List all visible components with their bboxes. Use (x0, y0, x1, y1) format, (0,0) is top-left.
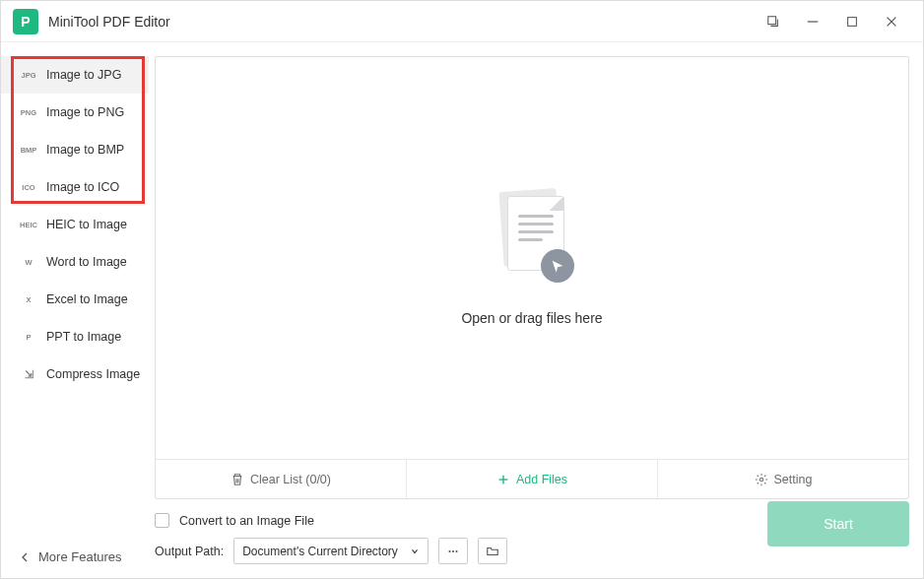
compress-tag-icon: ⇲ (19, 368, 38, 381)
ppt-tag-icon: P (19, 333, 38, 342)
ellipsis-icon (446, 545, 460, 558)
svg-rect-0 (768, 16, 776, 24)
ico-tag-icon: ICO (19, 183, 38, 192)
sidebar-item-image-to-bmp[interactable]: BMP Image to BMP (1, 131, 149, 168)
more-features-button[interactable]: More Features (1, 536, 149, 578)
sidebar-item-word-to-image[interactable]: W Word to Image (1, 243, 149, 281)
sidebar-item-image-to-ico[interactable]: ICO Image to ICO (1, 168, 149, 206)
sidebar-item-label: Word to Image (46, 255, 127, 269)
dropzone-text: Open or drag files here (461, 310, 602, 326)
sidebar-item-label: Image to BMP (46, 143, 124, 157)
clear-list-label: Clear List (0/0) (250, 473, 331, 486)
svg-point-7 (759, 478, 763, 482)
minimize-icon (806, 15, 820, 29)
close-button[interactable] (872, 2, 911, 41)
sidebar-item-label: Compress Image (46, 367, 140, 381)
sidebar-item-label: HEIC to Image (46, 218, 127, 231)
bmp-tag-icon: BMP (19, 146, 38, 155)
chevron-left-icon (19, 551, 31, 563)
folder-icon (486, 545, 499, 558)
cursor-circle-icon (541, 249, 574, 283)
sidebar-item-label: Excel to Image (46, 292, 128, 306)
setting-label: Setting (774, 473, 813, 486)
dropzone[interactable]: Open or drag files here Clear List (0/0)… (155, 56, 909, 499)
add-files-button[interactable]: Add Files (406, 460, 657, 498)
browse-folder-button[interactable] (478, 538, 507, 564)
add-files-label: Add Files (516, 473, 567, 486)
sidebar-item-label: PPT to Image (46, 330, 121, 344)
sidebar-item-compress-image[interactable]: ⇲ Compress Image (1, 355, 149, 393)
app-title: MiniTool PDF Editor (48, 14, 170, 30)
excel-tag-icon: X (19, 295, 38, 304)
svg-point-9 (452, 549, 454, 551)
close-icon (885, 15, 898, 29)
chevron-down-icon (410, 547, 420, 556)
document-illustration (478, 190, 586, 289)
maximize-icon (845, 15, 859, 29)
titlebar: P MiniTool PDF Editor (1, 1, 923, 42)
sidebar-item-label: Image to ICO (46, 180, 119, 194)
panel-icon (766, 15, 780, 29)
more-options-button[interactable] (438, 538, 468, 564)
convert-checkbox-label: Convert to an Image File (179, 514, 314, 528)
dropzone-center: Open or drag files here (156, 57, 908, 459)
more-features-label: More Features (38, 549, 122, 564)
minimize-button[interactable] (793, 2, 832, 41)
window-tool-button[interactable] (754, 2, 793, 41)
convert-checkbox[interactable] (155, 513, 169, 528)
dropzone-actions: Clear List (0/0) Add Files Setting (156, 459, 908, 498)
gear-icon (755, 473, 768, 486)
word-tag-icon: W (19, 258, 38, 267)
sidebar-item-image-to-png[interactable]: PNG Image to PNG (1, 94, 149, 131)
sidebar-item-ppt-to-image[interactable]: P PPT to Image (1, 318, 149, 355)
app-logo: P (13, 9, 38, 34)
output-path-label: Output Path: (155, 545, 224, 558)
svg-point-10 (456, 549, 458, 551)
output-path-value: Document's Current Directory (242, 545, 398, 558)
sidebar: JPG Image to JPG PNG Image to PNG BMP Im… (1, 42, 149, 578)
output-path-select[interactable]: Document's Current Directory (233, 538, 429, 564)
clear-list-button[interactable]: Clear List (0/0) (156, 460, 406, 498)
maximize-button[interactable] (832, 2, 872, 41)
heic-tag-icon: HEIC (19, 221, 38, 229)
svg-rect-2 (848, 17, 857, 26)
sidebar-item-image-to-jpg[interactable]: JPG Image to JPG (1, 56, 149, 94)
sidebar-item-excel-to-image[interactable]: X Excel to Image (1, 281, 149, 318)
png-tag-icon: PNG (19, 108, 38, 117)
start-button[interactable]: Start (767, 501, 909, 547)
bottom-controls: Convert to an Image File Output Path: Do… (155, 499, 909, 564)
main-panel: Open or drag files here Clear List (0/0)… (149, 42, 923, 578)
plus-icon (496, 473, 510, 486)
app-window: P MiniTool PDF Editor JPG Image to JPG P… (0, 0, 924, 579)
start-label: Start (824, 516, 853, 532)
setting-button[interactable]: Setting (657, 460, 908, 498)
logo-letter: P (21, 14, 30, 30)
jpg-tag-icon: JPG (19, 71, 38, 80)
sidebar-item-heic-to-image[interactable]: HEIC HEIC to Image (1, 206, 149, 243)
sidebar-item-label: Image to JPG (46, 68, 121, 82)
svg-point-8 (449, 549, 451, 551)
sidebar-item-label: Image to PNG (46, 105, 124, 119)
trash-icon (231, 473, 244, 486)
